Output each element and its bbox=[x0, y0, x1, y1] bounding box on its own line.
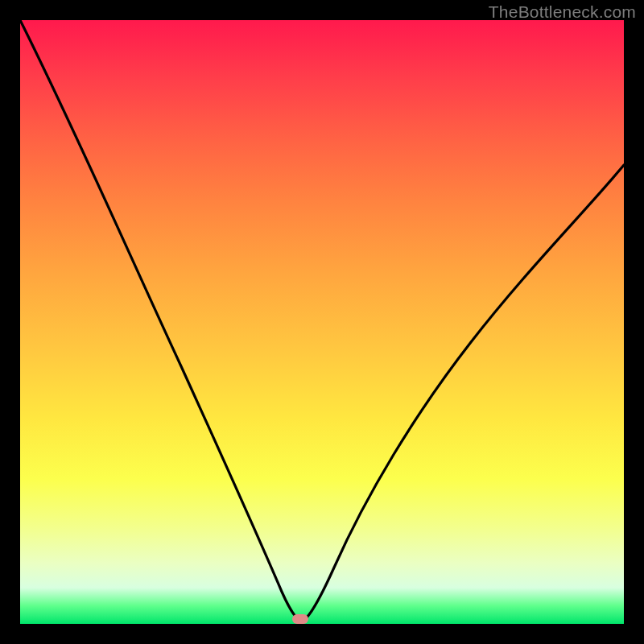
watermark-text: TheBottleneck.com bbox=[489, 2, 636, 22]
bottleneck-curve bbox=[20, 20, 624, 624]
plot-area bbox=[20, 20, 624, 624]
minimum-marker bbox=[292, 614, 308, 624]
curve-path bbox=[20, 20, 624, 621]
chart-frame: TheBottleneck.com bbox=[0, 0, 644, 644]
